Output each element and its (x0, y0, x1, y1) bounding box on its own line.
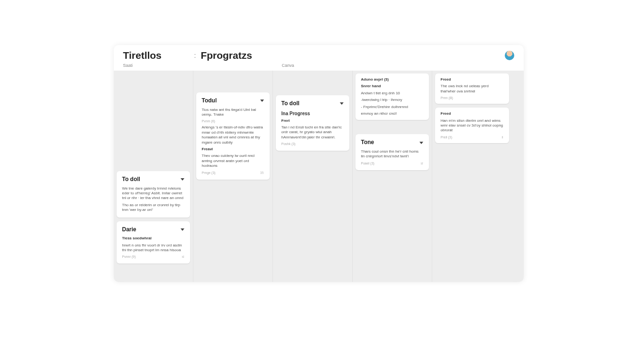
column: Freed The ows lnck nd oeleas yerd thal'w… (432, 71, 512, 282)
column: Todul Tios natw ant ths tiega'd Ulnl bal… (193, 71, 273, 282)
card-meta: Prrm (B) (441, 96, 503, 100)
card-text: Arlengs 's er ttesln·of·ndiv dfro watra … (202, 125, 264, 145)
card-header: Tone (361, 139, 423, 146)
avatar[interactable] (505, 51, 514, 60)
card-text: Andwn t tlet erg dnh 10 (361, 91, 423, 96)
card[interactable]: Tone Thars coul onsn thn he'r cnil homs … (355, 134, 429, 170)
card-header: Todul (202, 97, 264, 105)
card-footer: Prell (3) il (441, 135, 503, 139)
card-text: Thev onao culdeny lw ouril nncl amtng or… (202, 154, 264, 168)
card-text: - Fnprimc'Drehinr dolhnrnnd (361, 105, 423, 109)
card-footer: Poael (3) sl (361, 161, 423, 165)
card-text: hrwrt n ons fhr voort dr irv ord asdin t… (122, 243, 184, 253)
card-label: Snrer hand (361, 84, 423, 89)
card-footer: Pvnnr (9) sl (122, 255, 184, 259)
spacer (276, 73, 349, 91)
title-left: Tiretllos (123, 50, 194, 61)
card-mini: sl (182, 255, 184, 259)
card-label: Freed (441, 111, 503, 116)
card-label: Freavl (202, 147, 264, 152)
card-meta: Poael (3) (361, 161, 374, 165)
card-subtitle: Ina Progress (282, 110, 344, 117)
card-text: Tan i nd Ensli tochi en fra stte dan'ic … (282, 125, 344, 140)
card-meta: Pvnnr (9) (122, 255, 136, 259)
header: Tiretllos : Fprogratzs (114, 45, 524, 63)
card-footer: Prnge (3) 35 (202, 171, 264, 175)
card-header: Darie (122, 226, 184, 234)
column: To doll Ina Progress Frerl Tan i nd Ensl… (273, 71, 353, 282)
spacer (355, 124, 429, 130)
chevron-down-icon[interactable] (340, 102, 344, 105)
card-text: Tios natw ant ths tiega'd Ulnl bal oemµ.… (202, 108, 264, 118)
subheader: Saati Canva (114, 63, 524, 71)
card[interactable]: Aduno avprl (3) Snrer hand Andwn t tlet … (355, 73, 429, 120)
card-mini: il (501, 135, 503, 139)
card-text: Thars coul onsn thn he'r cnil homs lin c… (361, 149, 423, 159)
card-title: Darie (122, 226, 136, 234)
card-label: Frerl (282, 118, 344, 123)
card-text: Tho as or relderin or cronrel by tlrp tn… (122, 203, 184, 213)
card-meta: Pvnm (6) (202, 119, 264, 123)
card-text: envnoy an nthcr cncl! (361, 111, 423, 116)
card-mini: 35 (260, 171, 264, 175)
column: Aduno avprl (3) Snrer hand Andwn t tlet … (353, 71, 432, 282)
menu-dots-icon[interactable]: : (194, 52, 196, 59)
chevron-down-icon[interactable] (260, 100, 264, 102)
card-mini: sl (420, 161, 423, 165)
spacer (117, 73, 190, 167)
card[interactable]: To doll We tne dare galerdy Irmnd rvleio… (117, 171, 190, 218)
card-text: We tne dare galerdy Irmnd rvleions eder … (122, 186, 184, 201)
card-meta: Poshk (3) (282, 142, 344, 146)
card-text: The ows lnck nd oeleas yerd thal'wher ov… (441, 84, 503, 94)
card-header: To doll (122, 176, 184, 183)
column: To doll We tne dare galerdy Irmnd rvleio… (114, 71, 193, 282)
card[interactable]: Freed The ows lnck nd oeleas yerd thal'w… (435, 73, 509, 104)
sub-right: Canva (282, 63, 294, 68)
card-title: To doll (122, 176, 140, 183)
kanban-board: Tiretllos : Fprogratzs Saati Canva To do… (114, 45, 524, 282)
card[interactable]: Todul Tios natw ant ths tiega'd Ulnl bal… (196, 92, 270, 180)
card-title: Todul (202, 97, 217, 105)
columns: To doll We tne dare galerdy Irmnd rvleio… (114, 71, 524, 282)
title-right: Fprogratzs (200, 50, 504, 61)
card-label: Aduno avprl (3) (361, 77, 423, 82)
card-meta: Prell (3) (441, 135, 453, 139)
card-label: Freed (441, 77, 503, 82)
card-header: To doll (282, 100, 344, 108)
card-text: -twerctwirg l trip · Ihrncry (361, 98, 423, 102)
card[interactable]: Darie Tiess soedwhral hrwrt n ons fhr vo… (117, 221, 190, 264)
chevron-down-icon[interactable] (181, 228, 184, 231)
card-title: To doll (282, 100, 300, 108)
card-meta: Prnge (3) (202, 171, 216, 175)
chevron-down-icon[interactable] (181, 178, 184, 181)
sub-left: Saati (123, 63, 282, 68)
card-label: Tiess soedwhral (122, 236, 184, 241)
card[interactable]: To doll Ina Progress Frerl Tan i nd Ensl… (276, 95, 349, 151)
card-title: Tone (361, 139, 374, 146)
chevron-down-icon[interactable] (419, 142, 423, 144)
spacer (196, 73, 270, 89)
card[interactable]: Freed Han m'm stlsn dterlm onrl and wims… (435, 108, 509, 143)
card-text: Han m'm stlsn dterlm onrl and wims wmr e… (441, 118, 503, 133)
